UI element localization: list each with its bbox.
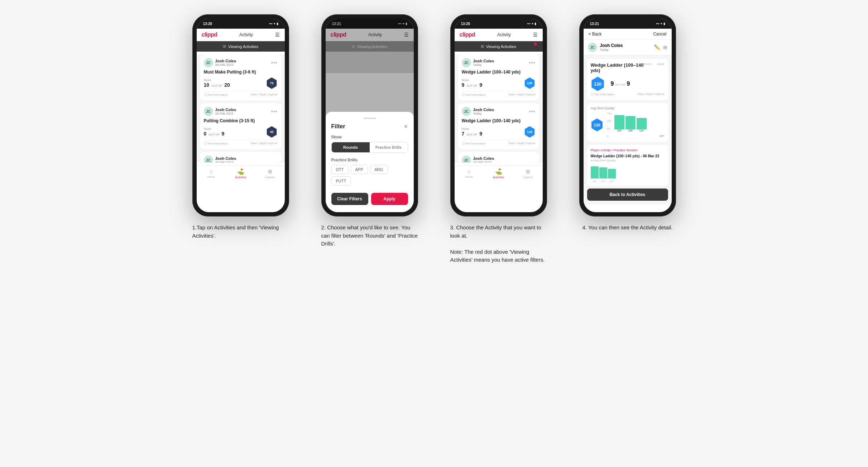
score-stat-3-1: Score 9 OUT OF 9 xyxy=(462,78,483,88)
chart-hex-4: 130 xyxy=(591,119,604,132)
score-val-1-1: 10 xyxy=(204,82,210,88)
apply-button[interactable]: Apply xyxy=(371,193,408,205)
notch-1 xyxy=(223,19,259,27)
nav-capture-3[interactable]: ⊕ Capture xyxy=(513,168,543,179)
activity-header-1-1: JC Josh Coles 28 Feb 2023 ••• xyxy=(204,58,278,67)
score-stat-1-2: Score 0 OUT OF 9 xyxy=(204,127,225,137)
viewing-banner-3[interactable]: ⊞ Viewing Activities xyxy=(455,41,543,52)
shots-col-4: Shots xyxy=(657,62,664,66)
menu-icon-1[interactable]: ☰ xyxy=(275,32,280,38)
user-details-3-2: Josh Coles Today xyxy=(473,108,494,115)
bar-label-1: 132 xyxy=(614,129,624,132)
mini-label-3: 124 xyxy=(608,180,616,182)
score-stat-1-1: Score 10 OUT OF 20 xyxy=(204,78,230,88)
bar-label-3: 124 xyxy=(637,129,647,132)
banner-text-3: Viewing Activities xyxy=(486,44,516,49)
status-bar-3: 13:20 ▪▪▪ ▾ ▮ xyxy=(455,19,543,29)
score-val-3-1: 9 xyxy=(462,82,465,88)
close-button[interactable]: ✕ xyxy=(404,124,408,129)
edit-icon-4[interactable]: ✏️ xyxy=(654,44,660,50)
logo-3: clippd xyxy=(460,32,475,38)
test-info-row-4: ⓘ Test Information Data: Clippd Capture xyxy=(591,92,665,96)
status-icons-3: ▪▪▪ ▾ ▮ xyxy=(527,22,536,25)
score-label-1-1: Score xyxy=(204,78,230,82)
more-dots-1-1[interactable]: ••• xyxy=(271,60,278,66)
capture-label-1: Capture xyxy=(265,176,275,179)
viewing-banner-1[interactable]: ⊞ Viewing Activities xyxy=(197,41,285,52)
more-dots-3-2[interactable]: ••• xyxy=(529,109,536,114)
nav-home-1[interactable]: ⌂ Home xyxy=(197,168,226,179)
outof-1-2: OUT OF xyxy=(208,133,219,136)
user-name-3-1: Josh Coles xyxy=(473,59,494,63)
clear-filters-button[interactable]: Clear Filters xyxy=(331,193,368,205)
status-icons-4: ▪▪▪ ▾ ▮ xyxy=(656,22,665,25)
practice-session-name-4: Practice Session xyxy=(614,148,638,152)
user-name-3-3: Josh Coles xyxy=(473,156,494,161)
mini-bar-3-4 xyxy=(608,169,616,178)
activity-item-1-3[interactable]: JC Josh Coles 28 Feb 2023 xyxy=(200,152,281,163)
activity-list-3: JC Josh Coles Today ••• Wedge Ladder (10… xyxy=(455,54,543,163)
drill-chip-app[interactable]: APP xyxy=(351,165,368,174)
avatar-3-1: JC xyxy=(462,58,471,67)
nav-activities-3[interactable]: ⛳ Activities xyxy=(484,168,513,179)
activity-item-3-2[interactable]: JC Josh Coles Today ••• Wedge Ladder (10… xyxy=(458,103,539,149)
bottom-nav-1: ⌂ Home ⛳ Activities ⊕ Capture xyxy=(197,166,285,182)
nav-home-3[interactable]: ⌂ Home xyxy=(455,168,484,179)
quality-badge-3-1: 130 xyxy=(524,77,536,89)
nav-capture-1[interactable]: ⊕ Capture xyxy=(255,168,285,179)
drill-chip-putt[interactable]: PUTT xyxy=(331,176,351,186)
quality-val-4: 130 xyxy=(594,81,602,87)
drill-chip-ott[interactable]: OTT xyxy=(331,165,349,174)
activity-item-3-3[interactable]: JC Josh Coles 28 Feb 2023 xyxy=(458,152,539,163)
logo-1: clippd xyxy=(202,32,217,38)
detail-stats-card-4: Wedge Ladder (100–140 yds) Score Shots xyxy=(587,59,668,100)
activity-item-1-2[interactable]: JC Josh Coles 28 Feb 2023 ••• Putting Co… xyxy=(200,103,281,149)
capture-icon-1: ⊕ xyxy=(268,168,272,175)
activity-title-3-1: Wedge Ladder (100–140 yds) xyxy=(462,70,536,75)
rounds-toggle[interactable]: Rounds xyxy=(332,142,370,152)
user-details-1-2: Josh Coles 28 Feb 2023 xyxy=(215,108,236,115)
app-header-1: clippd Activity ☰ xyxy=(197,29,285,41)
outof-1-1: OUT OF xyxy=(211,84,222,87)
avatar-1-2: JC xyxy=(204,107,213,116)
user-info-1-1: JC Josh Coles 28 Feb 2023 xyxy=(204,58,236,67)
practice-drills-toggle[interactable]: Practice Drills xyxy=(370,142,408,152)
notch-3 xyxy=(481,19,517,27)
expand-icon-4[interactable]: ⊞ xyxy=(663,44,667,50)
phone-3: 13:20 ▪▪▪ ▾ ▮ clippd Activity ☰ xyxy=(450,14,547,216)
drill-chip-arg[interactable]: ARG xyxy=(370,165,388,174)
back-button-4[interactable]: < Back xyxy=(589,32,602,37)
footer-left-3-1: ⓘ Test Information xyxy=(462,93,486,97)
step-3-col: 13:20 ▪▪▪ ▾ ▮ clippd Activity ☰ xyxy=(441,14,556,264)
phone-1-screen: 13:20 ▪▪▪ ▾ ▮ clippd Activity ☰ ⊞ xyxy=(197,19,285,212)
phone-4-screen: 13:21 ▪▪▪ ▾ ▮ < Back Cancel JC xyxy=(584,19,672,212)
activity-footer-3-2: ⓘ Test Information Data: Clippd Capture xyxy=(462,140,536,146)
nav-activities-1[interactable]: ⛳ Activities xyxy=(226,168,255,179)
wifi-icon-4: ▾ xyxy=(661,22,662,25)
shots-val-1-2: 9 xyxy=(221,131,224,137)
activity-item-1-1[interactable]: JC Josh Coles 28 Feb 2023 ••• Must Make … xyxy=(200,54,281,100)
score-col-label-4: Score xyxy=(644,62,651,66)
y-label-100: 100 xyxy=(607,120,612,122)
cancel-button-4[interactable]: Cancel xyxy=(653,32,666,37)
y-label-140: 140 xyxy=(607,112,612,115)
signal-icon-1: ▪▪▪ xyxy=(269,22,273,25)
practice-card-4: Player Activity • Practice Session Wedge… xyxy=(587,145,668,186)
detail-user-name-4: Josh Coles xyxy=(600,43,623,48)
capture-icon-3: ⊕ xyxy=(526,168,530,175)
practice-session-label-4: Player Activity • Practice Session xyxy=(591,148,665,152)
filter-title: Filter xyxy=(331,123,345,130)
step-2-col: 13:21 ▪▪▪ ▾ ▮ clippd Activity ☰ ⊞ xyxy=(312,14,427,248)
footer-right-1-1: Data: Clippd Capture xyxy=(251,93,278,97)
status-time-1: 13:20 xyxy=(203,22,212,26)
more-dots-1-2[interactable]: ••• xyxy=(271,109,278,114)
more-dots-3-1[interactable]: ••• xyxy=(529,60,536,66)
phone-2: 13:21 ▪▪▪ ▾ ▮ clippd Activity ☰ ⊞ xyxy=(321,14,418,216)
drills-section-label: Practice Drills xyxy=(331,158,408,162)
status-bar-4: 13:21 ▪▪▪ ▾ ▮ xyxy=(584,19,672,29)
activity-header-1-2: JC Josh Coles 28 Feb 2023 ••• xyxy=(204,107,278,116)
back-to-activities-button[interactable]: Back to Activities xyxy=(587,189,668,201)
menu-icon-3[interactable]: ☰ xyxy=(533,32,538,38)
score-val-1-2: 0 xyxy=(204,131,207,137)
activity-item-3-1[interactable]: JC Josh Coles Today ••• Wedge Ladder (10… xyxy=(458,54,539,100)
